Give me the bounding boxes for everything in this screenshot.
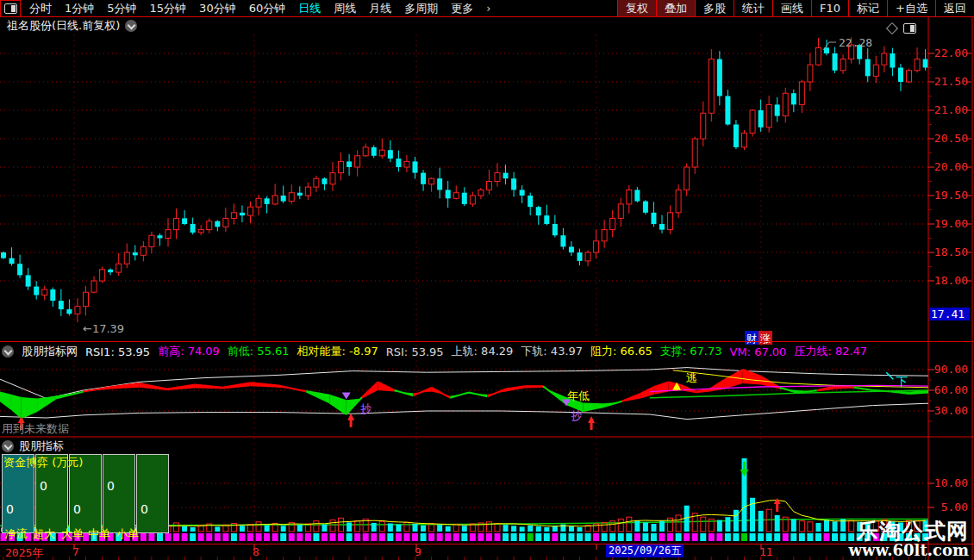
oscillator-axis-label: 60.00 [934, 383, 968, 396]
indicator-field-6: 下轨: 43.97 [521, 344, 583, 359]
price-axis-highlight: 17.41 [931, 308, 965, 320]
oscillator-axis-label: 30.00 [934, 404, 968, 417]
date-label: 2025年 [5, 545, 43, 560]
main-annotations: 22.28←17.39财涨 [83, 36, 872, 345]
legend-title: 资金博弈 (万元) [3, 455, 83, 470]
year-low-label: 年低 [567, 389, 590, 402]
legend-label-大单: 大单 [61, 526, 84, 542]
money-flow-axis-label: 10.00 [934, 476, 968, 489]
price-axis-label: 20.50 [934, 132, 968, 145]
indicator2-name: 股朋指标 [19, 439, 64, 454]
badge-char-2: 涨 [759, 333, 771, 345]
indicator-field-4: RSI: 53.95 [386, 345, 444, 358]
money-flow-axis: 10.005.00 [928, 476, 968, 513]
indicator-field-1: 前高: 74.09 [158, 344, 220, 359]
legend-label-净流: 净流 [5, 526, 28, 542]
watermark: 乐淘公式网 www.60lt.com [849, 520, 969, 559]
price-axis-label: 19.50 [934, 189, 968, 202]
indicator2-header: 股朋指标 [2, 439, 64, 454]
legend-box-中单: 0 [103, 454, 135, 533]
indicator-field-7: 阻力: 66.65 [590, 344, 652, 359]
buy-label: 抄 [360, 402, 371, 415]
price-axis-label: 22.00 [934, 47, 968, 59]
date-label: 7 [72, 545, 79, 558]
watermark-site-name: 乐淘公式网 [849, 520, 969, 543]
legend-label-中单: 中单 [88, 526, 110, 542]
oscillator-axis: 90.0060.0030.00 [928, 363, 968, 421]
date-label: 8 [253, 545, 259, 558]
price-axis-label: 20.00 [934, 160, 968, 173]
legend-value: 0 [6, 502, 14, 516]
indicator-field-5: 上轨: 84.29 [452, 344, 514, 359]
down-label: 下 [896, 375, 908, 389]
price-gridlines [0, 53, 928, 281]
indicator-collapse-icon[interactable] [2, 345, 14, 358]
indicator-field-3: 相对能量: -8.97 [297, 344, 378, 359]
date-label: 9 [415, 545, 421, 558]
oscillator-panel [0, 368, 928, 420]
legend-box-小单: 0 [136, 454, 169, 533]
indicator-field-8: 支撑: 67.73 [660, 344, 722, 359]
date-label: 11 [759, 545, 773, 558]
indicator-name: 股朋指标网 [22, 344, 78, 359]
legend-value: 0 [40, 479, 47, 493]
indicator-header: 股朋指标网 RSI1: 53.95前高: 74.09前低: 55.61相对能量:… [2, 344, 867, 359]
future-data-note: 用到未来数据 [2, 421, 69, 437]
indicator-field-0: RSI1: 53.95 [85, 345, 150, 358]
price-axis-label: 21.00 [934, 103, 968, 116]
sell-label: 逃 [686, 371, 697, 384]
indicator-field-2: 前低: 55.61 [228, 344, 290, 359]
legend-label-超大: 超大 [33, 526, 55, 542]
price-axis-label: 21.50 [934, 75, 968, 88]
trading-app-window: 22.28←17.39财涨22.0021.5021.0020.5020.0019… [0, 0, 974, 560]
buy-arrow-icon [347, 414, 354, 420]
badge-char-1: 财 [746, 333, 757, 345]
money-flow-legend: 00000 资金博弈 (万元) 净流超大大单中单小单 [2, 454, 174, 544]
oscillator-markers: 抄抄逃年低下 [18, 371, 908, 430]
buy-label: 抄 [571, 409, 582, 422]
legend-value: 0 [73, 502, 81, 516]
money-flow-axis-label: 5.00 [941, 501, 968, 513]
price-axis-label: 19.00 [934, 217, 968, 230]
indicator-field-10: 压力线: 82.47 [794, 344, 867, 359]
legend-label-小单: 小单 [116, 526, 139, 542]
indicator-field-9: VM: 67.00 [730, 345, 787, 358]
price-axis-label: 18.50 [934, 246, 968, 258]
outflow-arrow-icon [740, 470, 749, 476]
watermark-url: www.60lt.com [849, 543, 969, 559]
legend-value: 0 [140, 502, 148, 516]
candles-layer [1, 38, 928, 323]
down-triangle-icon [342, 392, 351, 399]
buy-arrow-icon [588, 416, 595, 423]
price-axis-label: 18.00 [934, 274, 968, 287]
date-highlight: 2025/09/26五 [606, 544, 684, 557]
indicator2-collapse-icon[interactable] [2, 440, 14, 452]
legend-value: 0 [107, 479, 115, 493]
date-axis[interactable]: 2025年789112025/09/26五 [0, 544, 974, 560]
oscillator-axis-label: 90.00 [934, 363, 968, 376]
high-price-annotation: 22.28 [839, 36, 872, 49]
low-price-annotation: ←17.39 [83, 322, 124, 335]
